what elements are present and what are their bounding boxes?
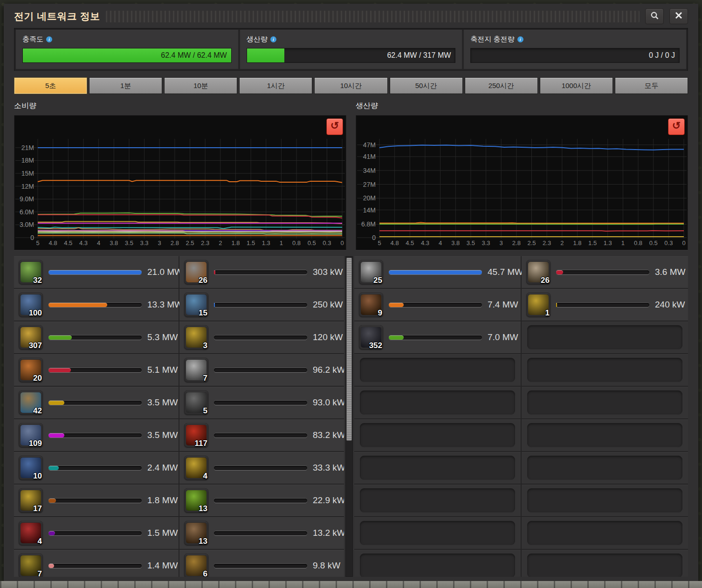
pumpjack-icon: 5 (184, 390, 208, 415)
yellow-robot-icon: 4 (184, 456, 208, 480)
list-scrollbar[interactable] (345, 256, 353, 577)
red-sphere-icon: 4 (19, 521, 43, 545)
electric-network-info-window: 전기 네트워크 정보 충족도 i 62.4 MW / 62.4 MW (4, 4, 698, 581)
info-icon[interactable]: i (270, 36, 276, 42)
producer-row[interactable]: 1240 kW (522, 289, 688, 321)
entity-count: 4 (203, 472, 207, 481)
producer-row[interactable]: 97.4 MW (354, 289, 521, 321)
usage-value: 3.6 MW (655, 267, 687, 277)
entity-count: 7 (38, 569, 42, 577)
consumer-row[interactable]: 433.3 kW (179, 452, 344, 484)
chart-reset-button[interactable]: ↺ (668, 118, 685, 135)
producer-row[interactable]: 263.6 MW (522, 256, 688, 288)
series-olive (38, 232, 342, 233)
entity-count: 9 (378, 308, 382, 318)
producers-list: 2545.7 MW97.4 MW3527.0 MW 263.6 MW1240 k… (354, 256, 688, 577)
titlebar-drag-grip[interactable] (106, 11, 640, 22)
entity-count: 4 (38, 537, 42, 546)
consumer-row[interactable]: 26303 kW (179, 256, 344, 288)
consumer-row[interactable]: 1313.2 kW (179, 517, 344, 549)
usage-value: 83.2 kW (313, 430, 344, 440)
consumer-row[interactable]: 1322.9 kW (179, 485, 344, 516)
consumer-row[interactable]: 796.2 kW (179, 354, 344, 386)
y-axis-label: 9.0M (14, 195, 34, 203)
consumer-row[interactable]: 10013.3 MW (14, 289, 179, 321)
brown-circuit-icon: 9 (359, 293, 383, 317)
y-axis-label: 34M (356, 167, 376, 174)
usage-value: 3.5 MW (147, 430, 179, 440)
time-button-8[interactable]: 모두 (615, 77, 688, 94)
chart-reset-button[interactable]: ↺ (326, 118, 343, 135)
info-icon[interactable]: i (517, 36, 523, 42)
usage-bar (556, 270, 649, 274)
time-button-7[interactable]: 1000시간 (540, 77, 613, 94)
consumer-row[interactable]: 69.8 kW (179, 550, 344, 577)
steam-engine-icon: 26 (526, 260, 551, 284)
consumer-row[interactable]: 593.0 kW (179, 387, 344, 418)
gears-machine-icon: 109 (19, 423, 43, 447)
y-axis-label: 47M (356, 141, 376, 149)
time-button-2[interactable]: 10분 (164, 77, 237, 94)
empty-slot (522, 550, 688, 577)
entity-count: 1 (545, 308, 550, 318)
window-title: 전기 네트워크 정보 (14, 10, 100, 23)
reset-icon: ↺ (672, 120, 681, 131)
production-bar-fill (247, 48, 284, 62)
consumer-row[interactable]: 3221.0 MW (14, 256, 179, 288)
consumer-row[interactable]: 423.5 MW (14, 387, 179, 418)
time-button-0[interactable]: 5초 (14, 77, 87, 94)
empty-slot (354, 550, 521, 577)
time-button-5[interactable]: 50시간 (390, 77, 463, 94)
blue-parts-icon: 15 (184, 293, 208, 317)
usage-value: 1.5 MW (147, 528, 179, 538)
usage-value: 7.4 MW (488, 300, 520, 310)
search-button[interactable] (645, 8, 664, 24)
consumer-row[interactable]: 3120 kW (179, 321, 344, 353)
satisfaction-value: 62.4 MW / 62.4 MW (161, 48, 227, 62)
scrollbar-thumb[interactable] (346, 258, 352, 441)
producer-row[interactable]: 3527.0 MW (354, 321, 521, 353)
time-button-3[interactable]: 1시간 (239, 77, 312, 94)
usage-bar (48, 368, 142, 372)
y-axis-label: 21M (14, 144, 34, 151)
production-chart-title: 생산량 (356, 101, 688, 111)
consumer-row[interactable]: 205.1 MW (14, 354, 179, 386)
close-icon (675, 12, 682, 21)
consumer-row[interactable]: 3075.3 MW (14, 321, 179, 353)
usage-value: 22.9 kW (313, 495, 344, 506)
y-axis-label: 12M (14, 183, 34, 190)
y-axis-label: 41M (356, 153, 376, 160)
consumer-row[interactable]: 171.8 MW (14, 485, 179, 516)
usage-bar (214, 335, 307, 340)
close-button[interactable] (669, 8, 688, 24)
usage-bar (389, 335, 482, 340)
entity-count: 25 (373, 276, 382, 285)
entity-count: 20 (33, 374, 42, 383)
time-button-6[interactable]: 250시간 (465, 77, 538, 94)
usage-bar (48, 303, 142, 307)
consumer-row[interactable]: 15250 kW (179, 289, 344, 321)
usage-bar (214, 401, 307, 405)
consumer-row[interactable]: 102.4 MW (14, 452, 179, 484)
info-icon[interactable]: i (46, 36, 52, 42)
brown-yellow-machine-icon: 6 (184, 554, 208, 577)
yellow-pump-icon: 1 (526, 293, 551, 317)
consumer-row[interactable]: 41.5 MW (14, 517, 179, 549)
entity-count: 17 (33, 504, 42, 513)
blue-capsules-icon: 10 (19, 456, 43, 480)
entity-count: 6 (203, 569, 207, 577)
time-button-1[interactable]: 1분 (89, 77, 162, 94)
producer-row[interactable]: 2545.7 MW (354, 256, 521, 288)
production-bar: 62.4 MW / 317 MW (247, 48, 456, 63)
entity-count: 26 (541, 276, 550, 285)
empty-slot (522, 419, 688, 451)
consumer-row[interactable]: 71.4 MW (14, 550, 179, 577)
time-button-4[interactable]: 10시간 (314, 77, 387, 94)
usage-value: 303 kW (313, 267, 344, 277)
consumer-row[interactable]: 1093.5 MW (14, 419, 179, 451)
consumer-row[interactable]: 11783.2 kW (179, 419, 344, 451)
usage-value: 120 kW (313, 332, 344, 342)
x-axis-label: 0 (333, 239, 351, 246)
entity-count: 26 (199, 276, 207, 285)
titlebar: 전기 네트워크 정보 (14, 7, 688, 26)
